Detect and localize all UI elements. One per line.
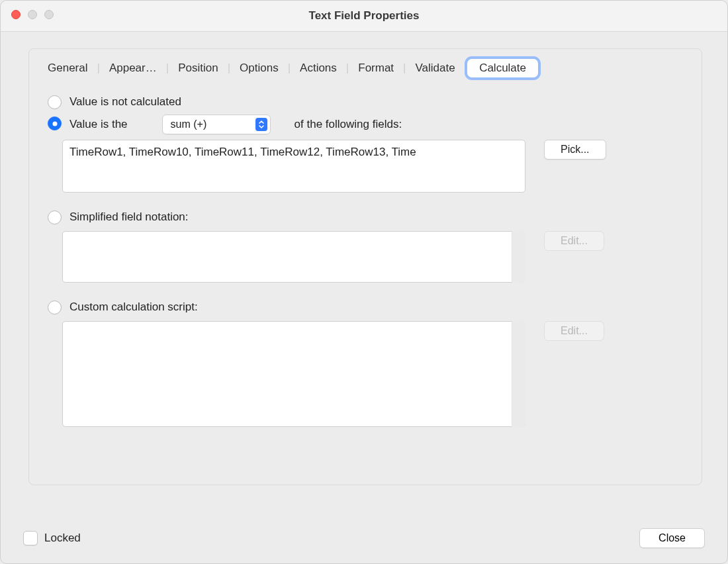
tab-bar: General | Appear… | Position | Options |… (29, 55, 702, 81)
fields-list-box[interactable]: TimeRow1, TimeRow10, TimeRow11, TimeRow1… (62, 140, 525, 193)
fields-list-text: TimeRow1, TimeRow10, TimeRow11, TimeRow1… (69, 146, 416, 158)
tab-options[interactable]: Options (230, 60, 288, 77)
label-not-calculated: Value is not calculated (69, 93, 181, 111)
radio-simplified[interactable] (48, 211, 62, 224)
content-panel: General | Appear… | Position | Options |… (28, 48, 702, 485)
tab-appearance[interactable]: Appear… (100, 60, 166, 77)
edit-simplified-button: Edit... (544, 231, 604, 251)
simplified-text-box[interactable] (62, 231, 525, 283)
locked-group: Locked (23, 531, 81, 545)
tab-validate[interactable]: Validate (406, 60, 465, 77)
close-window-icon[interactable] (11, 10, 21, 19)
operation-select-value: sum (+) (171, 118, 250, 130)
dropdown-icon (255, 118, 267, 131)
tab-format[interactable]: Format (349, 60, 403, 77)
properties-window: Text Field Properties General | Appear… … (0, 0, 728, 564)
operation-select[interactable]: sum (+) (162, 115, 271, 134)
simplified-area: Edit... (62, 231, 683, 283)
locked-label: Locked (44, 532, 81, 545)
radio-custom[interactable] (48, 301, 62, 314)
tab-position[interactable]: Position (169, 60, 227, 77)
window-title: Text Field Properties (309, 9, 420, 23)
pick-button[interactable]: Pick... (544, 140, 606, 160)
minimize-window-icon (28, 10, 37, 19)
titlebar: Text Field Properties (1, 1, 727, 32)
edit-custom-button: Edit... (544, 321, 604, 341)
scrollbar-track (512, 321, 525, 427)
tab-general[interactable]: General (38, 60, 97, 77)
custom-script-box[interactable] (62, 321, 525, 427)
tab-calculate[interactable]: Calculate (467, 59, 538, 77)
tab-actions[interactable]: Actions (291, 60, 346, 77)
opt-not-calculated-row: Value is not calculated (48, 93, 683, 111)
radio-value-is[interactable] (48, 117, 62, 130)
opt-custom-row: Custom calculation script: (48, 299, 683, 316)
radio-not-calculated[interactable] (48, 95, 62, 109)
locked-checkbox[interactable] (23, 531, 38, 545)
custom-area: Edit... (62, 321, 683, 427)
opt-simplified-row: Simplified field notation: (48, 209, 683, 226)
footer: Locked Close (1, 513, 727, 563)
fields-area: TimeRow1, TimeRow10, TimeRow11, TimeRow1… (62, 140, 683, 193)
label-custom: Custom calculation script: (69, 299, 198, 316)
scrollbar-track (512, 231, 525, 283)
close-button[interactable]: Close (639, 528, 705, 548)
label-value-is: Value is the (69, 116, 128, 133)
zoom-window-icon (44, 10, 54, 19)
window-controls (11, 10, 54, 19)
calculate-panel: Value is not calculated Value is the sum… (29, 81, 702, 427)
label-simplified: Simplified field notation: (69, 209, 189, 226)
label-of-fields: of the following fields: (295, 118, 402, 131)
opt-value-is-row: Value is the sum (+) of the following fi… (48, 115, 683, 134)
